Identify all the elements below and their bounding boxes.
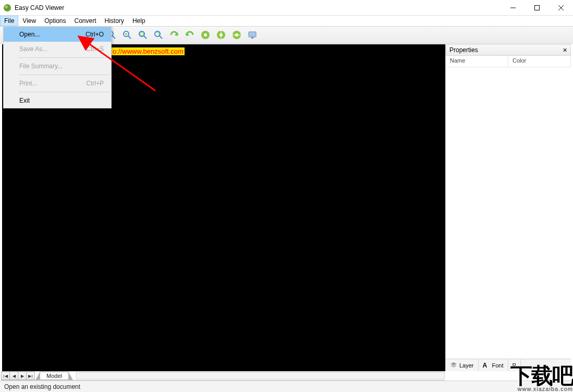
- gear3-button[interactable]: [229, 28, 244, 42]
- watermark-url: www.xiazaiba.com: [510, 386, 573, 392]
- svg-rect-31: [140, 32, 143, 35]
- menu-separator: [18, 57, 110, 58]
- tab-font[interactable]: A Font: [479, 359, 508, 371]
- svg-point-35: [204, 33, 207, 36]
- menu-help[interactable]: Help: [128, 16, 150, 26]
- properties-close-icon[interactable]: ✕: [563, 47, 567, 54]
- gear1-button[interactable]: [198, 28, 213, 42]
- menu-item-label: Print...: [19, 80, 38, 87]
- sheet-first-button[interactable]: I◀: [1, 372, 10, 380]
- zoom-out-button[interactable]: [120, 28, 135, 42]
- titlebar: Easy CAD Viewer: [0, 0, 573, 16]
- menu-view[interactable]: View: [18, 16, 40, 26]
- url-banner: o://wwww.benzsoft.com: [112, 47, 185, 55]
- menu-separator: [18, 92, 110, 92]
- menu-item-print[interactable]: Print... Ctrl+P: [4, 76, 111, 91]
- layers-icon: [450, 362, 457, 369]
- zoom-window-button[interactable]: [151, 28, 166, 42]
- window-title: Easy CAD Viewer: [15, 4, 501, 11]
- statusbar: Open an existing document: [0, 381, 573, 392]
- watermark-logo: 下载吧: [510, 366, 573, 386]
- menu-item-save-as[interactable]: Save As... Ctrl+S: [4, 42, 111, 56]
- svg-line-27: [128, 36, 131, 39]
- menu-history[interactable]: History: [101, 16, 128, 26]
- menu-item-exit[interactable]: Exit: [4, 93, 111, 108]
- gear2-button[interactable]: [214, 28, 228, 42]
- tab-layer[interactable]: Layer: [446, 359, 479, 371]
- svg-line-33: [160, 36, 162, 39]
- svg-line-30: [144, 36, 147, 39]
- sheet-prev-button[interactable]: ◀: [9, 372, 18, 380]
- window-controls: [501, 0, 573, 16]
- maximize-button[interactable]: [525, 0, 549, 16]
- svg-rect-42: [249, 32, 256, 37]
- zoom-extents-button[interactable]: [136, 28, 150, 42]
- col-name[interactable]: Name: [446, 56, 508, 67]
- tab-label: Layer: [459, 362, 474, 369]
- menu-item-shortcut: Ctrl+P: [86, 80, 104, 87]
- svg-rect-3: [535, 5, 540, 10]
- properties-body: [446, 67, 571, 359]
- menu-item-label: Open...: [19, 31, 40, 38]
- properties-columns: Name Color: [446, 56, 571, 67]
- menu-convert[interactable]: Convert: [70, 16, 101, 26]
- sheet-next-button[interactable]: ▶: [18, 372, 27, 380]
- watermark: 下载吧 www.xiazaiba.com: [510, 366, 573, 392]
- svg-point-1: [5, 5, 8, 8]
- status-message: Open an existing document: [4, 383, 80, 390]
- properties-header: Properties ✕: [446, 44, 571, 56]
- tab-label: Font: [492, 362, 504, 369]
- sheet-last-button[interactable]: ▶I: [26, 372, 35, 380]
- redo-button[interactable]: [167, 28, 181, 42]
- svg-line-23: [113, 36, 115, 39]
- sheet-scroll-track[interactable]: [76, 372, 445, 379]
- undo-button[interactable]: [182, 28, 197, 42]
- menu-item-open[interactable]: Open... Ctrl+O: [4, 27, 111, 42]
- sheet-tab-model[interactable]: Model: [40, 372, 69, 380]
- close-button[interactable]: [549, 0, 573, 16]
- menubar: File View Options Convert History Help: [0, 16, 573, 27]
- col-color[interactable]: Color: [508, 56, 571, 67]
- properties-panel: Properties ✕ Name Color Layer A Font P: [445, 44, 571, 371]
- app-icon: [3, 4, 11, 12]
- menu-options[interactable]: Options: [40, 16, 70, 26]
- menu-item-shortcut: Ctrl+O: [86, 31, 104, 38]
- monitor-button[interactable]: [245, 28, 260, 42]
- minimize-button[interactable]: [501, 0, 525, 16]
- menu-item-file-summary[interactable]: File Summary...: [4, 59, 111, 74]
- menu-item-shortcut: Ctrl+S: [86, 45, 104, 53]
- menu-separator: [18, 75, 110, 75]
- menu-file[interactable]: File: [0, 16, 18, 26]
- sheet-tabs: I◀ ◀ ▶ ▶I Model: [1, 371, 445, 381]
- menu-item-label: Exit: [19, 97, 30, 104]
- svg-rect-43: [251, 37, 253, 39]
- properties-title: Properties: [449, 46, 478, 54]
- file-dropdown: Open... Ctrl+O Save As... Ctrl+S File Su…: [3, 27, 112, 108]
- menu-item-label: Save As...: [19, 45, 47, 53]
- menu-item-label: File Summary...: [19, 63, 63, 70]
- font-icon: A: [483, 362, 490, 369]
